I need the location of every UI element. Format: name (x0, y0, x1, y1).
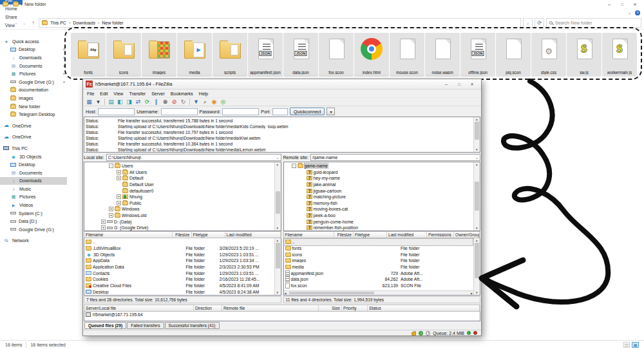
site-manager-icon[interactable]: ▦ (85, 98, 93, 106)
menu-item[interactable]: Transfer (129, 91, 146, 96)
tree-item[interactable]: + All Users (84, 169, 274, 176)
back-button[interactable] (3, 20, 10, 26)
local-list-scrollbar[interactable] (274, 238, 281, 295)
username-input[interactable] (161, 108, 198, 115)
remote-list-hscrollbar[interactable] (284, 290, 474, 295)
queue-tab[interactable]: Failed transfers (127, 322, 164, 329)
tree-item[interactable]: + Public (84, 200, 274, 207)
large-icons-view-icon[interactable] (632, 342, 639, 348)
column-header[interactable]: Filetype (192, 232, 225, 238)
sidebar-item[interactable]: Google Drive (G:) (0, 78, 67, 86)
file-row[interactable]: AppData File folder 1/29/2023 1:03:34 ..… (84, 258, 274, 264)
sidebar-item[interactable]: Quick access (0, 37, 67, 46)
menu-item[interactable]: File (87, 91, 94, 96)
file-tile[interactable]: style.css (531, 33, 566, 77)
recent-locations-icon[interactable] (21, 20, 28, 26)
sidebar-item[interactable]: This PC (0, 144, 67, 153)
expander-icon[interactable]: + (117, 176, 121, 180)
sidebar-item[interactable]: Google Drive (G:) (0, 225, 67, 234)
sidebar-item[interactable]: OneDrive (0, 133, 67, 142)
search-input[interactable] (555, 21, 638, 25)
tree-item[interactable]: jake-animal (284, 182, 473, 188)
file-row[interactable]: Cookies File folder 2/16/2023 11:28:45..… (84, 276, 274, 283)
sidebar-item[interactable]: Telegram Desktop (0, 110, 67, 118)
expander-icon[interactable]: + (117, 201, 121, 205)
tree-item[interactable]: matching-picture (284, 194, 473, 200)
menu-item[interactable]: Help (199, 91, 208, 96)
file-row[interactable]: appmanifest.json 729 Adobe Aft... (284, 270, 473, 276)
maximize-button[interactable] (453, 80, 466, 88)
toggle-log-icon[interactable]: ▤ (107, 98, 115, 106)
close-button[interactable] (629, 0, 641, 8)
tree-item[interactable]: + Windows.old (84, 212, 274, 219)
host-input[interactable] (98, 108, 135, 115)
minimize-button[interactable] (603, 0, 616, 8)
file-row[interactable]: Application Data File folder 2/3/2023 2:… (84, 264, 274, 270)
details-view-icon[interactable] (623, 342, 630, 348)
password-input[interactable] (222, 108, 259, 115)
file-row[interactable]: .. (284, 239, 473, 245)
find-icon[interactable]: ⌕ (201, 98, 209, 106)
file-row[interactable]: images File folder (284, 258, 473, 264)
sync-browse-icon[interactable]: ◎ (219, 98, 227, 106)
sidebar-item[interactable]: images (0, 94, 67, 102)
separator[interactable] (104, 99, 105, 105)
column-header[interactable]: Filesize (173, 232, 192, 238)
sidebar-item[interactable]: OneDrive (0, 122, 67, 130)
column-header[interactable]: Direction (194, 305, 222, 311)
tree-item[interactable]: peek-a-boo (284, 212, 473, 219)
breadcrumb[interactable]: This PCDownloadsNew folder (39, 18, 521, 28)
column-header[interactable]: Permissions (427, 232, 454, 238)
tree-item[interactable]: jigsaw-cartoon (284, 187, 473, 194)
remote-tree-scrollbar[interactable] (473, 162, 480, 231)
toggle-local-tree-icon[interactable]: ◧ (116, 98, 124, 106)
sidebar-item[interactable]: documentation (0, 86, 67, 95)
tree-item[interactable]: defaultuser0 (84, 187, 274, 194)
tree-item[interactable]: + Windows (84, 206, 274, 212)
forward-button[interactable] (12, 20, 19, 26)
file-row[interactable]: data.json 84,262 Adobe Aft... (284, 276, 473, 283)
log-scrollbar[interactable] (473, 117, 480, 152)
sidebar-item[interactable]: Data (D:) (0, 217, 67, 225)
sidebar-item[interactable]: Music (0, 185, 67, 193)
file-tile[interactable]: fox.scon (319, 33, 354, 77)
separator[interactable] (189, 99, 190, 105)
file-tile[interactable]: icons (106, 33, 141, 77)
compare-icon[interactable]: ◉ (210, 98, 218, 106)
menu-item[interactable]: Bookmarks (171, 91, 193, 96)
sidebar-item[interactable]: Downloads (0, 53, 67, 62)
column-header[interactable]: Filename (84, 232, 173, 238)
tree-item[interactable]: hey-my-name (284, 175, 473, 182)
expander-icon[interactable]: + (117, 170, 121, 174)
remote-list-scrollbar[interactable] (473, 238, 480, 295)
expander-icon[interactable]: - (292, 164, 296, 168)
expander-icon[interactable]: + (101, 220, 106, 224)
sidebar-item[interactable]: Documents (0, 62, 67, 70)
sidebar-item[interactable]: Videos (0, 201, 67, 209)
column-header[interactable]: Priority (342, 305, 368, 311)
sidebar-item[interactable]: Desktop (0, 160, 67, 169)
column-header[interactable]: Server/Local file (84, 305, 194, 311)
file-row[interactable]: 3D Objects File folder 1/29/2023 1:03:51… (84, 251, 274, 258)
site-manager-dropdown-icon[interactable]: ▾ (94, 98, 102, 106)
minimize-button[interactable] (440, 80, 453, 88)
toggle-remote-tree-icon[interactable]: ◨ (125, 98, 133, 106)
file-row[interactable]: media File folder (284, 264, 473, 270)
column-header[interactable]: Status (368, 305, 480, 311)
file-row[interactable]: icons File folder (284, 251, 473, 258)
maximize-button[interactable] (616, 0, 629, 8)
tree-item[interactable]: + Nhung (84, 194, 274, 200)
file-tile[interactable]: appmanifest.json (248, 33, 283, 77)
sidebar-item[interactable]: Documents (0, 169, 67, 177)
tree-item[interactable]: Default User (84, 182, 274, 188)
column-header[interactable]: Filename (284, 232, 335, 238)
queue-tab[interactable]: Queued files (29) (84, 322, 126, 329)
tree-item[interactable]: + G: (Google Drive) (84, 225, 274, 231)
breadcrumb-segment[interactable]: New folder (95, 21, 124, 25)
search-box[interactable] (546, 18, 641, 28)
column-header[interactable]: Last modified (387, 232, 427, 238)
quick-access-toolbar-icon[interactable] (13, 2, 19, 6)
reconnect-icon[interactable]: ↻ (179, 98, 187, 106)
menu-item[interactable]: Edit (100, 91, 108, 96)
refresh-icon[interactable] (535, 18, 544, 28)
